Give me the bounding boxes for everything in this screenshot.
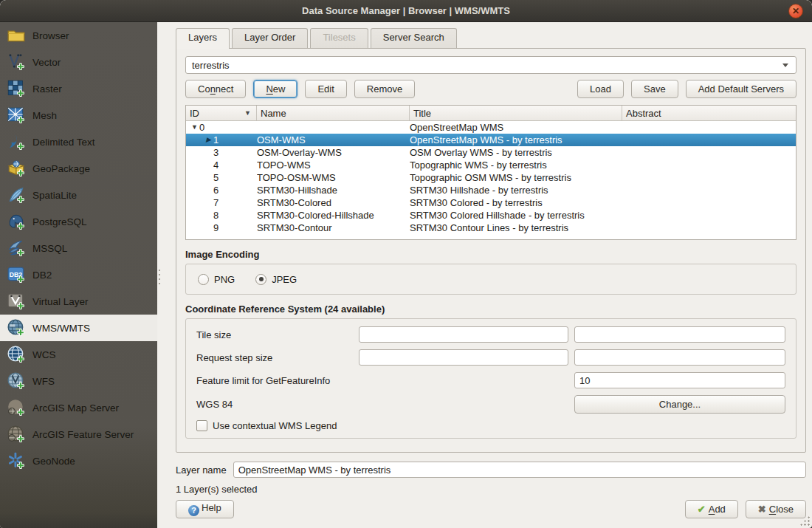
table-row[interactable]: 9 SRTM30-ContourSRTM30 Contour Lines - b… xyxy=(186,222,796,234)
sidebar-item-wcs[interactable]: WCS xyxy=(0,341,157,368)
sidebar-item-arcgis-map-server[interactable]: ArcGIS Map Server xyxy=(0,394,157,421)
request-step-label: Request step size xyxy=(196,352,353,363)
table-row[interactable]: 7 SRTM30-ColoredSRTM30 Colored - by terr… xyxy=(186,196,796,209)
selection-status-text: 1 Layer(s) selected xyxy=(176,484,806,495)
radio-on-icon xyxy=(255,274,266,285)
sidebar-item-wfs[interactable]: WFS xyxy=(0,368,157,394)
table-row-selected[interactable]: ▶1 OSM-WMSOpenStreetMap WMS - by terrest… xyxy=(186,134,796,146)
table-row[interactable]: 4 TOPO-WMSTopographic WMS - by terrestri… xyxy=(186,159,796,171)
wms-globe-icon xyxy=(7,318,26,337)
x-icon: ✖ xyxy=(758,504,766,515)
mesh-icon xyxy=(7,106,26,125)
sidebar-item-vector[interactable]: Vector xyxy=(0,49,157,75)
chevron-down-icon xyxy=(782,64,788,67)
radio-off-icon xyxy=(198,274,209,285)
layers-table-header: ID ▼ Name Title Abstract xyxy=(186,106,796,121)
column-header-id[interactable]: ID ▼ xyxy=(186,106,257,120)
change-crs-button[interactable]: Change... xyxy=(574,395,785,414)
tab-server-search[interactable]: Server Search xyxy=(371,28,457,48)
window-title: Data Source Manager | Browser | WMS/WMTS xyxy=(302,5,510,16)
feature-limit-input[interactable] xyxy=(574,372,785,388)
vector-icon xyxy=(7,52,26,72)
arcgis-feature-icon xyxy=(7,425,26,444)
help-button[interactable]: ?Help xyxy=(176,500,234,518)
table-row[interactable]: 8 SRTM30-Colored-HillshadeSRTM30 Colored… xyxy=(186,209,796,222)
sidebar-item-wms-wmts[interactable]: WMS/WMTS xyxy=(0,315,157,341)
crs-title: Coordinate Reference System (24 availabl… xyxy=(185,304,796,315)
load-button[interactable]: Load xyxy=(577,80,624,98)
help-icon: ? xyxy=(188,505,199,516)
column-header-abstract[interactable]: Abstract xyxy=(622,106,796,120)
save-button[interactable]: Save xyxy=(631,80,678,98)
feather-icon xyxy=(7,185,26,205)
layer-name-label: Layer name xyxy=(176,464,227,476)
db2-icon: DB2 xyxy=(7,265,26,284)
tab-layers[interactable]: Layers xyxy=(176,28,230,49)
png-radio[interactable]: PNG xyxy=(198,274,235,285)
sidebar-item-geopackage[interactable]: GeoPackage xyxy=(0,155,157,182)
expand-arrow-icon[interactable]: ▶ xyxy=(204,134,213,146)
tile-width-input[interactable] xyxy=(359,326,568,343)
close-button[interactable]: ✖Close xyxy=(746,500,806,518)
layers-tab-panel: terrestris Connect New Edit Remove Load … xyxy=(176,48,806,453)
contextual-legend-checkbox[interactable]: Use contextual WMS Legend xyxy=(196,420,785,431)
tab-tilesets[interactable]: Tilesets xyxy=(310,28,368,48)
source-type-sidebar: Browser Vector Raster Mesh Delimited Tex… xyxy=(0,22,157,528)
remove-button[interactable]: Remove xyxy=(354,80,415,98)
virtual-layer-icon xyxy=(7,292,26,311)
mssql-icon xyxy=(7,239,26,258)
sidebar-item-geonode[interactable]: GeoNode xyxy=(0,448,157,474)
window-close-button[interactable]: ✕ xyxy=(788,4,803,18)
server-connection-select[interactable]: terrestris xyxy=(185,56,796,74)
layers-table: ID ▼ Name Title Abstract ▼0 OpenStreetMa… xyxy=(185,105,796,240)
table-row[interactable]: 5 TOPO-OSM-WMSTopographic OSM WMS - by t… xyxy=(186,171,796,184)
arcgis-map-icon xyxy=(7,398,26,417)
tile-height-input[interactable] xyxy=(574,326,785,343)
sidebar-item-mesh[interactable]: Mesh xyxy=(0,102,157,128)
sidebar-item-mssql[interactable]: MSSQL xyxy=(0,235,157,261)
collapse-arrow-icon[interactable]: ▼ xyxy=(190,121,199,134)
comma-icon xyxy=(7,132,26,151)
table-row[interactable]: 3 OSM-Overlay-WMSOSM Overlay WMS - by te… xyxy=(186,146,796,159)
sidebar-item-raster[interactable]: Raster xyxy=(0,75,157,102)
sidebar-item-delimited-text[interactable]: Delimited Text xyxy=(0,128,157,155)
step-height-input[interactable] xyxy=(574,349,785,366)
column-header-name[interactable]: Name xyxy=(257,106,410,120)
sidebar-item-browser[interactable]: Browser xyxy=(0,22,157,49)
elephant-icon xyxy=(7,212,26,231)
image-encoding-title: Image Encoding xyxy=(185,249,796,260)
image-encoding-groupbox: PNG JPEG xyxy=(185,264,796,295)
add-button[interactable]: ✔Add xyxy=(685,500,738,518)
table-row[interactable]: ▼0 OpenStreetMap WMS xyxy=(186,121,796,134)
data-source-manager-window: Data Source Manager | Browser | WMS/WMTS… xyxy=(0,0,812,528)
server-connection-value: terrestris xyxy=(192,60,230,71)
geopackage-icon xyxy=(7,159,26,178)
layer-name-input[interactable] xyxy=(233,462,806,478)
sidebar-item-arcgis-feature-server[interactable]: ArcGIS Feature Server xyxy=(0,421,157,448)
geonode-icon xyxy=(7,451,26,470)
jpeg-radio[interactable]: JPEG xyxy=(255,274,297,285)
checkbox-unchecked-icon xyxy=(196,420,207,431)
wfs-globe-icon xyxy=(7,371,26,391)
connect-button[interactable]: Connect xyxy=(185,80,246,98)
edit-button[interactable]: Edit xyxy=(305,80,346,98)
titlebar[interactable]: Data Source Manager | Browser | WMS/WMTS… xyxy=(0,0,812,22)
new-button[interactable]: New xyxy=(253,80,297,98)
step-width-input[interactable] xyxy=(359,349,568,366)
add-default-servers-button[interactable]: Add Default Servers xyxy=(686,80,796,98)
table-row[interactable]: 6 SRTM30-HillshadeSRTM30 Hillshade - by … xyxy=(186,184,796,196)
sort-indicator-icon: ▼ xyxy=(244,109,252,117)
selected-crs-label: WGS 84 xyxy=(196,399,353,410)
sidebar-item-db2[interactable]: DB2 DB2 xyxy=(0,261,157,288)
sidebar-item-postgresql[interactable]: PostgreSQL xyxy=(0,208,157,235)
tab-layer-order[interactable]: Layer Order xyxy=(232,28,308,48)
sidebar-item-virtual-layer[interactable]: Virtual Layer xyxy=(0,288,157,315)
sidebar-item-spatialite[interactable]: SpatiaLite xyxy=(0,182,157,208)
column-header-title[interactable]: Title xyxy=(410,106,622,120)
wms-tabbar: Layers Layer Order Tilesets Server Searc… xyxy=(176,28,806,48)
wcs-globe-icon xyxy=(7,345,26,364)
raster-icon xyxy=(7,79,26,98)
crs-groupbox: Tile size Request step size Feature limi… xyxy=(185,318,796,439)
folder-icon xyxy=(7,26,26,45)
checkmark-icon: ✔ xyxy=(698,504,706,515)
